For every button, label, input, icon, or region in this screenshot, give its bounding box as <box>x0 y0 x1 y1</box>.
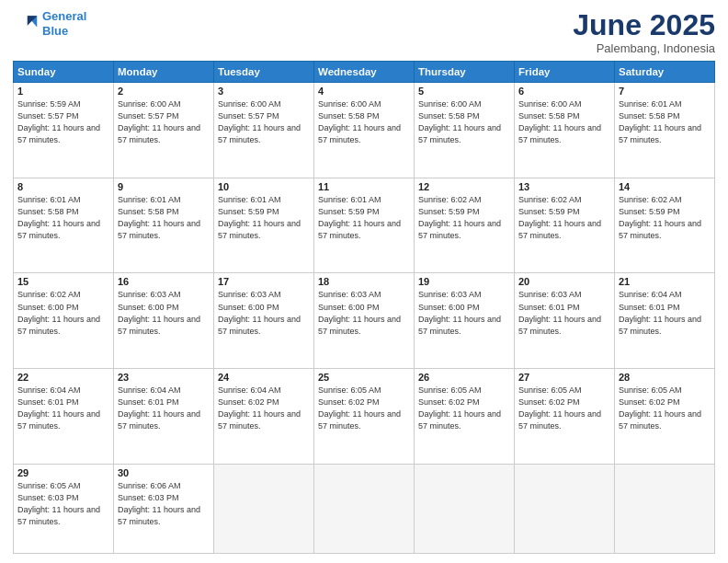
day-number: 7 <box>619 86 711 97</box>
table-row: 28Sunrise: 6:05 AMSunset: 6:02 PMDayligh… <box>615 369 715 465</box>
table-row: 8Sunrise: 6:01 AMSunset: 5:58 PMDaylight… <box>14 178 114 273</box>
cell-info: Sunrise: 6:03 AMSunset: 6:01 PMDaylight:… <box>518 289 610 337</box>
table-row: 14Sunrise: 6:02 AMSunset: 5:59 PMDayligh… <box>615 178 715 273</box>
logo-line2: Blue <box>42 24 68 38</box>
day-number: 17 <box>218 276 310 287</box>
cell-info: Sunrise: 6:02 AMSunset: 5:59 PMDaylight:… <box>518 194 610 242</box>
table-row: 9Sunrise: 6:01 AMSunset: 5:58 PMDaylight… <box>114 178 214 273</box>
cell-info: Sunrise: 6:02 AMSunset: 6:00 PMDaylight:… <box>17 289 109 337</box>
day-number: 21 <box>619 276 711 287</box>
cell-info: Sunrise: 6:05 AMSunset: 6:02 PMDaylight:… <box>318 385 410 432</box>
logo-icon <box>13 11 39 37</box>
cell-info: Sunrise: 6:00 AMSunset: 5:57 PMDaylight:… <box>118 98 210 146</box>
col-saturday: Saturday <box>615 62 715 83</box>
table-row: 10Sunrise: 6:01 AMSunset: 5:59 PMDayligh… <box>214 178 314 273</box>
calendar-week-row: 22Sunrise: 6:04 AMSunset: 6:01 PMDayligh… <box>14 369 715 465</box>
cell-info: Sunrise: 6:04 AMSunset: 6:02 PMDaylight:… <box>218 385 310 432</box>
table-row: 29Sunrise: 6:05 AMSunset: 6:03 PMDayligh… <box>14 464 114 553</box>
day-number: 25 <box>318 372 410 383</box>
day-number: 8 <box>17 181 109 192</box>
logo-text: General Blue <box>42 9 86 38</box>
cell-info: Sunrise: 6:01 AMSunset: 5:58 PMDaylight:… <box>17 194 109 242</box>
cell-info: Sunrise: 6:01 AMSunset: 5:59 PMDaylight:… <box>318 194 410 242</box>
location: Palembang, Indonesia <box>573 41 715 55</box>
col-monday: Monday <box>114 62 214 83</box>
cell-info: Sunrise: 6:05 AMSunset: 6:02 PMDaylight:… <box>418 385 510 432</box>
table-row: 1Sunrise: 5:59 AMSunset: 5:57 PMDaylight… <box>14 83 114 178</box>
cell-info: Sunrise: 6:00 AMSunset: 5:57 PMDaylight:… <box>218 98 310 146</box>
table-row <box>214 464 314 553</box>
col-wednesday: Wednesday <box>314 62 415 83</box>
cell-info: Sunrise: 6:03 AMSunset: 6:00 PMDaylight:… <box>418 289 510 337</box>
calendar-week-row: 29Sunrise: 6:05 AMSunset: 6:03 PMDayligh… <box>14 464 715 553</box>
cell-info: Sunrise: 6:03 AMSunset: 6:00 PMDaylight:… <box>318 289 410 337</box>
logo-line1: General <box>42 9 86 23</box>
day-number: 26 <box>418 372 510 383</box>
calendar-week-row: 15Sunrise: 6:02 AMSunset: 6:00 PMDayligh… <box>14 273 715 369</box>
table-row <box>515 464 615 553</box>
table-row: 18Sunrise: 6:03 AMSunset: 6:00 PMDayligh… <box>314 273 415 369</box>
page: General Blue June 2025 Palembang, Indone… <box>0 0 728 563</box>
day-number: 4 <box>318 86 410 97</box>
calendar-week-row: 1Sunrise: 5:59 AMSunset: 5:57 PMDaylight… <box>14 83 715 178</box>
cell-info: Sunrise: 6:03 AMSunset: 6:00 PMDaylight:… <box>118 289 210 337</box>
table-row: 7Sunrise: 6:01 AMSunset: 5:58 PMDaylight… <box>615 83 715 178</box>
cell-info: Sunrise: 6:01 AMSunset: 5:58 PMDaylight:… <box>118 194 210 242</box>
table-row: 4Sunrise: 6:00 AMSunset: 5:58 PMDaylight… <box>314 83 415 178</box>
cell-info: Sunrise: 6:05 AMSunset: 6:02 PMDaylight:… <box>619 385 711 432</box>
cell-info: Sunrise: 6:06 AMSunset: 6:03 PMDaylight:… <box>118 480 210 528</box>
day-number: 10 <box>218 181 310 192</box>
table-row: 11Sunrise: 6:01 AMSunset: 5:59 PMDayligh… <box>314 178 415 273</box>
day-number: 14 <box>619 181 711 192</box>
day-number: 2 <box>118 86 210 97</box>
day-number: 22 <box>17 372 109 383</box>
day-number: 30 <box>118 467 210 478</box>
day-number: 3 <box>218 86 310 97</box>
table-row: 2Sunrise: 6:00 AMSunset: 5:57 PMDaylight… <box>114 83 214 178</box>
cell-info: Sunrise: 5:59 AMSunset: 5:57 PMDaylight:… <box>17 98 109 146</box>
table-row: 25Sunrise: 6:05 AMSunset: 6:02 PMDayligh… <box>314 369 415 465</box>
table-row: 30Sunrise: 6:06 AMSunset: 6:03 PMDayligh… <box>114 464 214 553</box>
table-row: 27Sunrise: 6:05 AMSunset: 6:02 PMDayligh… <box>515 369 615 465</box>
table-row: 22Sunrise: 6:04 AMSunset: 6:01 PMDayligh… <box>14 369 114 465</box>
table-row <box>314 464 415 553</box>
day-number: 19 <box>418 276 510 287</box>
cell-info: Sunrise: 6:01 AMSunset: 5:58 PMDaylight:… <box>619 98 711 146</box>
day-number: 12 <box>418 181 510 192</box>
col-thursday: Thursday <box>415 62 515 83</box>
table-row: 3Sunrise: 6:00 AMSunset: 5:57 PMDaylight… <box>214 83 314 178</box>
day-number: 11 <box>318 181 410 192</box>
logo: General Blue <box>13 9 86 38</box>
col-sunday: Sunday <box>14 62 114 83</box>
table-row <box>615 464 715 553</box>
cell-info: Sunrise: 6:02 AMSunset: 5:59 PMDaylight:… <box>418 194 510 242</box>
cell-info: Sunrise: 6:00 AMSunset: 5:58 PMDaylight:… <box>518 98 610 146</box>
col-friday: Friday <box>515 62 615 83</box>
table-row: 26Sunrise: 6:05 AMSunset: 6:02 PMDayligh… <box>415 369 515 465</box>
cell-info: Sunrise: 6:03 AMSunset: 6:00 PMDaylight:… <box>218 289 310 337</box>
day-number: 1 <box>17 86 109 97</box>
cell-info: Sunrise: 6:04 AMSunset: 6:01 PMDaylight:… <box>619 289 711 337</box>
calendar-week-row: 8Sunrise: 6:01 AMSunset: 5:58 PMDaylight… <box>14 178 715 273</box>
month-title: June 2025 <box>573 9 715 41</box>
cell-info: Sunrise: 6:00 AMSunset: 5:58 PMDaylight:… <box>318 98 410 146</box>
calendar-header-row: Sunday Monday Tuesday Wednesday Thursday… <box>14 62 715 83</box>
table-row: 5Sunrise: 6:00 AMSunset: 5:58 PMDaylight… <box>415 83 515 178</box>
cell-info: Sunrise: 6:05 AMSunset: 6:02 PMDaylight:… <box>518 385 610 432</box>
title-section: June 2025 Palembang, Indonesia <box>573 9 715 55</box>
day-number: 29 <box>17 467 109 478</box>
table-row: 13Sunrise: 6:02 AMSunset: 5:59 PMDayligh… <box>515 178 615 273</box>
table-row <box>415 464 515 553</box>
day-number: 28 <box>619 372 711 383</box>
table-row: 12Sunrise: 6:02 AMSunset: 5:59 PMDayligh… <box>415 178 515 273</box>
table-row: 23Sunrise: 6:04 AMSunset: 6:01 PMDayligh… <box>114 369 214 465</box>
table-row: 21Sunrise: 6:04 AMSunset: 6:01 PMDayligh… <box>615 273 715 369</box>
cell-info: Sunrise: 6:00 AMSunset: 5:58 PMDaylight:… <box>418 98 510 146</box>
calendar-table: Sunday Monday Tuesday Wednesday Thursday… <box>13 61 715 554</box>
day-number: 16 <box>118 276 210 287</box>
table-row: 15Sunrise: 6:02 AMSunset: 6:00 PMDayligh… <box>14 273 114 369</box>
cell-info: Sunrise: 6:04 AMSunset: 6:01 PMDaylight:… <box>17 385 109 432</box>
table-row: 20Sunrise: 6:03 AMSunset: 6:01 PMDayligh… <box>515 273 615 369</box>
cell-info: Sunrise: 6:01 AMSunset: 5:59 PMDaylight:… <box>218 194 310 242</box>
day-number: 6 <box>518 86 610 97</box>
